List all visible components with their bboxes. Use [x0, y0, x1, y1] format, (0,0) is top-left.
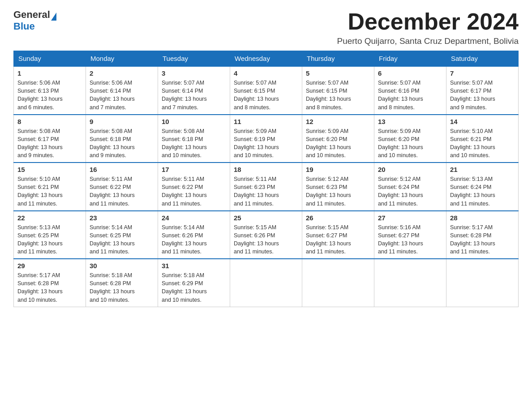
table-row: 19 Sunrise: 5:12 AM Sunset: 6:23 PM Dayl…	[302, 163, 374, 211]
day-info: Sunrise: 5:06 AM Sunset: 6:13 PM Dayligh…	[17, 79, 82, 111]
col-thursday: Thursday	[302, 51, 374, 67]
table-row: 17 Sunrise: 5:11 AM Sunset: 6:22 PM Dayl…	[158, 163, 230, 211]
table-row: 12 Sunrise: 5:09 AM Sunset: 6:20 PM Dayl…	[302, 115, 374, 163]
day-info: Sunrise: 5:14 AM Sunset: 6:26 PM Dayligh…	[162, 223, 226, 256]
day-info: Sunrise: 5:06 AM Sunset: 6:14 PM Dayligh…	[90, 79, 154, 111]
table-row: 11 Sunrise: 5:09 AM Sunset: 6:19 PM Dayl…	[230, 115, 302, 163]
table-row: 27 Sunrise: 5:16 AM Sunset: 6:27 PM Dayl…	[374, 211, 446, 259]
day-number: 9	[90, 118, 154, 125]
table-row: 13 Sunrise: 5:09 AM Sunset: 6:20 PM Dayl…	[374, 115, 446, 163]
day-info: Sunrise: 5:17 AM Sunset: 6:28 PM Dayligh…	[450, 223, 515, 256]
day-number: 30	[90, 262, 154, 270]
location-subtitle: Puerto Quijarro, Santa Cruz Department, …	[337, 36, 519, 46]
table-row: 18 Sunrise: 5:11 AM Sunset: 6:23 PM Dayl…	[230, 163, 302, 211]
day-number: 17	[162, 166, 226, 173]
calendar-week-row: 22 Sunrise: 5:13 AM Sunset: 6:25 PM Dayl…	[14, 211, 519, 259]
day-info: Sunrise: 5:09 AM Sunset: 6:20 PM Dayligh…	[378, 127, 442, 160]
day-number: 22	[17, 214, 82, 222]
day-info: Sunrise: 5:18 AM Sunset: 6:28 PM Dayligh…	[90, 271, 154, 304]
table-row: 25 Sunrise: 5:15 AM Sunset: 6:26 PM Dayl…	[230, 211, 302, 259]
day-info: Sunrise: 5:09 AM Sunset: 6:20 PM Dayligh…	[306, 127, 370, 160]
day-number: 28	[450, 214, 515, 222]
day-number: 5	[306, 69, 370, 77]
table-row: 14 Sunrise: 5:10 AM Sunset: 6:21 PM Dayl…	[446, 115, 519, 163]
day-info: Sunrise: 5:17 AM Sunset: 6:28 PM Dayligh…	[17, 271, 82, 304]
day-info: Sunrise: 5:07 AM Sunset: 6:14 PM Dayligh…	[162, 79, 226, 111]
table-row: 2 Sunrise: 5:06 AM Sunset: 6:14 PM Dayli…	[86, 66, 158, 115]
day-info: Sunrise: 5:15 AM Sunset: 6:26 PM Dayligh…	[234, 223, 298, 256]
day-info: Sunrise: 5:14 AM Sunset: 6:25 PM Dayligh…	[90, 223, 154, 256]
col-tuesday: Tuesday	[158, 51, 230, 67]
day-info: Sunrise: 5:07 AM Sunset: 6:17 PM Dayligh…	[450, 79, 515, 111]
table-row: 7 Sunrise: 5:07 AM Sunset: 6:17 PM Dayli…	[446, 66, 519, 115]
day-number: 24	[162, 214, 226, 222]
table-row: 30 Sunrise: 5:18 AM Sunset: 6:28 PM Dayl…	[86, 259, 158, 307]
calendar-header-row: Sunday Monday Tuesday Wednesday Thursday…	[14, 51, 519, 67]
logo: General Blue	[13, 9, 56, 32]
day-info: Sunrise: 5:11 AM Sunset: 6:22 PM Dayligh…	[162, 175, 226, 208]
day-info: Sunrise: 5:16 AM Sunset: 6:27 PM Dayligh…	[378, 223, 442, 256]
col-monday: Monday	[86, 51, 158, 67]
day-number: 23	[90, 214, 154, 222]
day-number: 7	[450, 69, 515, 77]
calendar-week-row: 15 Sunrise: 5:10 AM Sunset: 6:21 PM Dayl…	[14, 163, 519, 211]
day-number: 26	[306, 214, 370, 222]
table-row: 26 Sunrise: 5:15 AM Sunset: 6:27 PM Dayl…	[302, 211, 374, 259]
day-info: Sunrise: 5:07 AM Sunset: 6:15 PM Dayligh…	[306, 79, 370, 111]
day-info: Sunrise: 5:12 AM Sunset: 6:23 PM Dayligh…	[306, 175, 370, 208]
col-sunday: Sunday	[14, 51, 86, 67]
day-number: 15	[17, 166, 82, 173]
day-info: Sunrise: 5:09 AM Sunset: 6:19 PM Dayligh…	[234, 127, 298, 160]
day-number: 4	[234, 69, 298, 77]
day-info: Sunrise: 5:08 AM Sunset: 6:18 PM Dayligh…	[90, 127, 154, 160]
col-wednesday: Wednesday	[230, 51, 302, 67]
day-number: 18	[234, 166, 298, 173]
day-number: 21	[450, 166, 515, 173]
day-number: 10	[162, 118, 226, 125]
day-info: Sunrise: 5:11 AM Sunset: 6:22 PM Dayligh…	[90, 175, 154, 208]
table-row: 4 Sunrise: 5:07 AM Sunset: 6:15 PM Dayli…	[230, 66, 302, 115]
table-row: 22 Sunrise: 5:13 AM Sunset: 6:25 PM Dayl…	[14, 211, 86, 259]
day-info: Sunrise: 5:15 AM Sunset: 6:27 PM Dayligh…	[306, 223, 370, 256]
table-row: 21 Sunrise: 5:13 AM Sunset: 6:24 PM Dayl…	[446, 163, 519, 211]
day-info: Sunrise: 5:07 AM Sunset: 6:16 PM Dayligh…	[378, 79, 442, 111]
day-number: 8	[17, 118, 82, 125]
table-row: 23 Sunrise: 5:14 AM Sunset: 6:25 PM Dayl…	[86, 211, 158, 259]
day-info: Sunrise: 5:12 AM Sunset: 6:24 PM Dayligh…	[378, 175, 442, 208]
day-number: 6	[378, 69, 442, 77]
page-header: General Blue December 2024 Puerto Quijar…	[13, 9, 519, 46]
table-row: 16 Sunrise: 5:11 AM Sunset: 6:22 PM Dayl…	[86, 163, 158, 211]
day-number: 25	[234, 214, 298, 222]
day-number: 31	[162, 262, 226, 270]
table-row: 6 Sunrise: 5:07 AM Sunset: 6:16 PM Dayli…	[374, 66, 446, 115]
day-number: 20	[378, 166, 442, 173]
calendar-week-row: 1 Sunrise: 5:06 AM Sunset: 6:13 PM Dayli…	[14, 66, 519, 115]
day-number: 12	[306, 118, 370, 125]
day-info: Sunrise: 5:08 AM Sunset: 6:18 PM Dayligh…	[162, 127, 226, 160]
day-number: 27	[378, 214, 442, 222]
day-number: 16	[90, 166, 154, 173]
col-friday: Friday	[374, 51, 446, 67]
day-number: 14	[450, 118, 515, 125]
table-row	[446, 259, 519, 307]
day-number: 29	[17, 262, 82, 270]
table-row: 8 Sunrise: 5:08 AM Sunset: 6:17 PM Dayli…	[14, 115, 86, 163]
col-saturday: Saturday	[446, 51, 519, 67]
logo-blue: Blue	[13, 21, 35, 32]
table-row: 10 Sunrise: 5:08 AM Sunset: 6:18 PM Dayl…	[158, 115, 230, 163]
day-info: Sunrise: 5:10 AM Sunset: 6:21 PM Dayligh…	[450, 127, 515, 160]
calendar-week-row: 8 Sunrise: 5:08 AM Sunset: 6:17 PM Dayli…	[14, 115, 519, 163]
table-row: 5 Sunrise: 5:07 AM Sunset: 6:15 PM Dayli…	[302, 66, 374, 115]
day-number: 11	[234, 118, 298, 125]
day-number: 2	[90, 69, 154, 77]
table-row: 28 Sunrise: 5:17 AM Sunset: 6:28 PM Dayl…	[446, 211, 519, 259]
calendar-week-row: 29 Sunrise: 5:17 AM Sunset: 6:28 PM Dayl…	[14, 259, 519, 307]
table-row: 15 Sunrise: 5:10 AM Sunset: 6:21 PM Dayl…	[14, 163, 86, 211]
logo-general: General	[13, 9, 50, 21]
day-number: 3	[162, 69, 226, 77]
table-row	[374, 259, 446, 307]
day-info: Sunrise: 5:13 AM Sunset: 6:25 PM Dayligh…	[17, 223, 82, 256]
table-row: 3 Sunrise: 5:07 AM Sunset: 6:14 PM Dayli…	[158, 66, 230, 115]
day-info: Sunrise: 5:13 AM Sunset: 6:24 PM Dayligh…	[450, 175, 515, 208]
day-info: Sunrise: 5:11 AM Sunset: 6:23 PM Dayligh…	[234, 175, 298, 208]
